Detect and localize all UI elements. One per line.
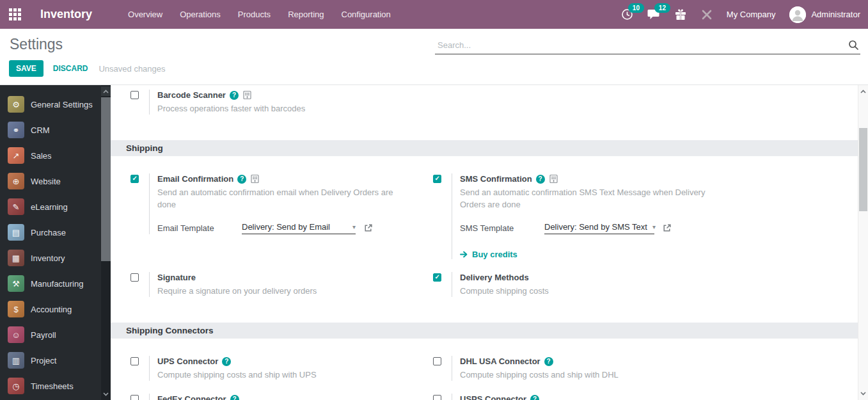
setting-delivery-methods: Delivery Methods Compute shipping costs [433, 272, 858, 297]
enterprise-building-icon [242, 90, 252, 100]
sidebar-item-label: Inventory [31, 253, 65, 263]
setting-sms-confirmation: SMS Confirmation ? [433, 173, 858, 259]
sidebar-scrollbar[interactable] [101, 85, 111, 400]
sidebar-item-sales[interactable]: ↗ Sales [8, 143, 101, 168]
setting-label: Signature [157, 272, 196, 283]
sidebar-item-label: CRM [31, 125, 50, 135]
main-scroll-down-arrow[interactable] [858, 389, 868, 398]
setting-description: Send an automatic confirmation SMS Text … [460, 186, 709, 211]
email-confirmation-checkbox[interactable] [130, 175, 139, 183]
save-button[interactable]: SAVE [9, 60, 43, 77]
setting-label: SMS Confirmation [460, 173, 532, 184]
help-icon[interactable]: ? [222, 357, 231, 366]
app-title[interactable]: Inventory [40, 8, 92, 21]
usps-connector-checkbox[interactable] [433, 395, 441, 400]
discard-button[interactable]: DISCARD [53, 64, 88, 73]
setting-description: Send an automatic confirmation email whe… [157, 186, 406, 211]
apps-grid-icon[interactable] [9, 8, 21, 20]
help-icon[interactable]: ? [536, 175, 545, 184]
sidebar-item-general-settings[interactable]: ⚙ General Settings [8, 92, 101, 117]
setting-fedex-connector: FedEx Connector ? [130, 394, 433, 400]
delivery-methods-checkbox[interactable] [433, 273, 441, 282]
top-menu: Overview Operations Products Reporting C… [128, 10, 391, 19]
setting-barcode-scanner: Barcode Scanner ? [130, 90, 433, 115]
external-link-icon[interactable] [363, 223, 373, 233]
timesheets-app-icon: ◷ [8, 378, 24, 394]
signature-checkbox[interactable] [130, 273, 139, 282]
search-input[interactable] [435, 36, 860, 54]
elearning-app-icon: ✎ [8, 198, 24, 215]
help-icon[interactable]: ? [544, 357, 553, 366]
setting-dhl-usa-connector: DHL USA Connector ? Compute shipping cos… [433, 356, 858, 381]
sidebar-scroll-down-arrow[interactable] [101, 389, 111, 399]
messages-button[interactable]: 12 [647, 8, 660, 20]
crossed-tools-icon [701, 9, 713, 20]
help-icon[interactable]: ? [530, 395, 539, 400]
activities-button[interactable]: 10 [621, 8, 633, 20]
sidebar-item-accounting[interactable]: $ Accounting [8, 296, 101, 322]
menu-reporting[interactable]: Reporting [288, 10, 324, 19]
setting-usps-connector: USPS Connector ? [433, 394, 858, 400]
rewards-button[interactable] [674, 8, 687, 21]
sidebar-item-purchase[interactable]: ▤ Purchase [8, 220, 101, 245]
chevron-down-icon: ▾ [352, 223, 356, 230]
barcode-scanner-checkbox[interactable] [130, 91, 139, 99]
sidebar-item-manufacturing[interactable]: ⚒ Manufacturing [8, 271, 101, 296]
user-menu[interactable]: Administrator [789, 6, 860, 23]
email-template-value: Delivery: Send by Email [242, 222, 330, 232]
help-icon[interactable]: ? [230, 91, 239, 100]
main-scroll-up-arrow[interactable] [858, 87, 868, 96]
user-name: Administrator [811, 10, 860, 19]
menu-products[interactable]: Products [238, 10, 271, 19]
setting-description: Compute shipping costs [460, 285, 709, 297]
menu-overview[interactable]: Overview [128, 10, 162, 19]
sidebar-scroll-up-arrow[interactable] [101, 86, 111, 96]
unsaved-changes-label: Unsaved changes [99, 64, 165, 74]
sidebar-scrollbar-thumb[interactable] [101, 97, 111, 261]
section-header-shipping-connectors: Shipping Connectors [111, 323, 858, 339]
main-scrollbar[interactable] [858, 85, 868, 400]
setting-label: USPS Connector [460, 394, 526, 400]
inventory-app-icon: ▦ [8, 250, 24, 266]
sidebar-item-label: Purchase [31, 228, 66, 237]
menu-operations[interactable]: Operations [180, 10, 221, 19]
manufacturing-app-icon: ⚒ [8, 275, 24, 292]
sidebar-item-crm[interactable]: ⚭ CRM [8, 117, 101, 143]
crm-app-icon: ⚭ [8, 122, 24, 138]
ups-connector-checkbox[interactable] [130, 357, 139, 365]
message-count-badge: 12 [654, 3, 670, 13]
menu-configuration[interactable]: Configuration [342, 10, 391, 19]
sidebar-item-elearning[interactable]: ✎ eLearning [8, 194, 101, 220]
sms-confirmation-checkbox[interactable] [433, 175, 441, 183]
external-link-icon[interactable] [662, 223, 672, 233]
arrow-right-icon [460, 251, 468, 258]
purchase-app-icon: ▤ [8, 224, 24, 241]
settings-sidebar: ⚙ General Settings ⚭ CRM ↗ Sales ⊕ Websi… [0, 85, 111, 400]
page-title: Settings [10, 36, 63, 53]
search-icon[interactable] [848, 40, 859, 51]
buy-credits-label: Buy credits [472, 250, 517, 259]
sidebar-item-label: eLearning [31, 202, 68, 212]
buy-credits-link[interactable]: Buy credits [460, 250, 709, 259]
sms-template-dropdown[interactable]: Delivery: Send by SMS Text ▾ [544, 222, 654, 234]
sidebar-item-payroll[interactable]: ☺ Payroll [8, 322, 101, 348]
main-scrollbar-thumb[interactable] [859, 128, 867, 211]
sidebar-item-inventory[interactable]: ▦ Inventory [8, 245, 101, 271]
help-icon[interactable]: ? [237, 175, 246, 184]
company-switcher[interactable]: My Company [727, 10, 776, 19]
fedex-connector-checkbox[interactable] [130, 395, 139, 400]
control-panel: Settings SAVE DISCARD Unsaved changes [0, 29, 868, 85]
sidebar-item-timesheets[interactable]: ◷ Timesheets [8, 373, 101, 399]
dhl-usa-connector-checkbox[interactable] [433, 357, 441, 365]
systray: 10 12 [621, 6, 860, 23]
help-icon[interactable]: ? [230, 395, 239, 400]
email-template-dropdown[interactable]: Delivery: Send by Email ▾ [242, 222, 356, 234]
section-header-shipping: Shipping [111, 140, 858, 156]
setting-ups-connector: UPS Connector ? Compute shipping costs a… [130, 356, 433, 381]
sidebar-item-website[interactable]: ⊕ Website [8, 168, 101, 194]
setting-description: Process operations faster with barcodes [157, 102, 406, 115]
sidebar-item-project[interactable]: ▥ Project [8, 348, 101, 373]
setting-label: FedEx Connector [157, 394, 226, 400]
sidebar-item-label: Project [31, 356, 56, 365]
debug-tools-button[interactable] [701, 9, 713, 20]
